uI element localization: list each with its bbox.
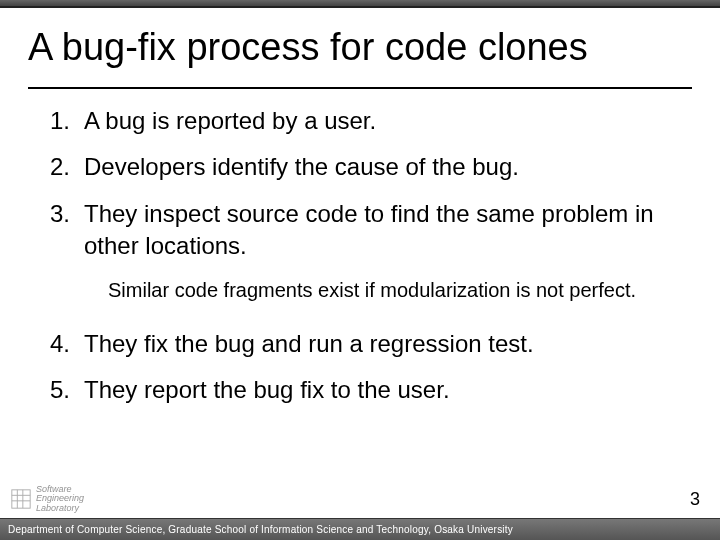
title-area: A bug-fix process for code clones: [0, 8, 720, 79]
top-accent-bar: [0, 0, 720, 8]
svg-rect-0: [12, 490, 30, 508]
note-text: Similar code fragments exist if modulari…: [108, 277, 686, 304]
list-item: Developers identify the cause of the bug…: [50, 151, 686, 183]
footer-text: Department of Computer Science, Graduate…: [8, 524, 513, 535]
slide-body: A bug is reported by a user. Developers …: [0, 89, 720, 540]
process-list-continued: They fix the bug and run a regression te…: [50, 328, 686, 407]
page-number: 3: [690, 489, 700, 510]
slide-title: A bug-fix process for code clones: [28, 26, 692, 69]
list-item: They inspect source code to find the sam…: [50, 198, 686, 263]
list-item: A bug is reported by a user.: [50, 105, 686, 137]
logo-text: Software Engineering Laboratory: [36, 485, 84, 513]
list-item: They fix the bug and run a regression te…: [50, 328, 686, 360]
footer-bar: Department of Computer Science, Graduate…: [0, 518, 720, 540]
lab-logo: Software Engineering Laboratory: [10, 484, 120, 514]
logo-icon: [10, 488, 32, 510]
list-item: They report the bug fix to the user.: [50, 374, 686, 406]
slide: A bug-fix process for code clones A bug …: [0, 0, 720, 540]
process-list: A bug is reported by a user. Developers …: [50, 105, 686, 263]
